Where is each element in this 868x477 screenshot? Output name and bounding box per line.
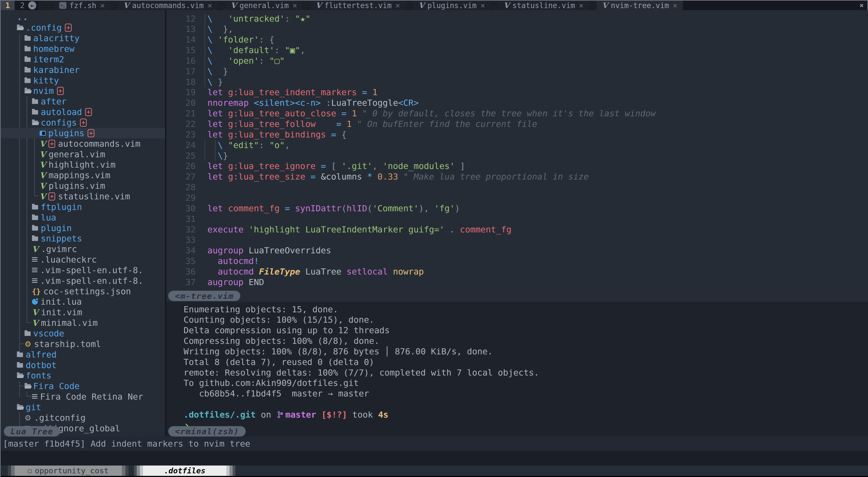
git-branch-icon bbox=[277, 411, 283, 418]
tree-item-.vim-spell-en.utf-8.[interactable]: .vim-spell-en.utf-8. bbox=[1, 265, 165, 275]
tab-close-icon[interactable]: × bbox=[579, 1, 583, 10]
tree-item-.luacheckrc[interactable]: .luacheckrc bbox=[1, 254, 165, 265]
tab-close-icon[interactable]: × bbox=[396, 1, 400, 10]
tree-item-..[interactable]: .. bbox=[1, 12, 165, 23]
tab-fzf.sh[interactable]: >_fzf.sh× bbox=[54, 1, 110, 10]
tabline-separator bbox=[46, 1, 54, 10]
tree-item-init.lua[interactable]: init.lua bbox=[1, 297, 165, 307]
tree-item-.gvimrc[interactable]: V.gvimrc bbox=[1, 244, 165, 254]
tree-item-alfred[interactable]: alfred bbox=[1, 349, 165, 360]
code-line-21[interactable]: 21let g:lua_tree_auto_close = 1 " 0 by d… bbox=[166, 108, 868, 119]
tree-item-after[interactable]: after bbox=[1, 96, 165, 107]
tab-close-icon[interactable]: × bbox=[100, 1, 105, 10]
code-line-36[interactable]: 36 autocmd FileType LuaTree setlocal now… bbox=[166, 266, 868, 277]
tree-item-karabiner[interactable]: karabiner bbox=[1, 65, 165, 75]
tab-fluttertest.vim[interactable]: Vfluttertest.vim× bbox=[310, 1, 405, 10]
tab-general.vim[interactable]: Vgeneral.vim× bbox=[225, 1, 303, 10]
tab-plugins.vim[interactable]: Vplugins.vim× bbox=[413, 1, 490, 10]
vim-file-icon: V bbox=[40, 171, 46, 179]
code-line-35[interactable]: 35 autocmd! bbox=[166, 256, 868, 266]
code-line-27[interactable]: 27let g:lua_tree_size = &columns * 0.33 … bbox=[166, 171, 868, 182]
tab-autocommands.vim[interactable]: Vautocommands.vim× bbox=[118, 1, 218, 10]
code-line-31[interactable]: 31 bbox=[166, 213, 868, 224]
tab-statusline.vim[interactable]: Vstatusline.vim× bbox=[498, 1, 589, 10]
code-line-14[interactable]: 14\ 'folder': { bbox=[166, 34, 868, 45]
tree-item-.gitconfig[interactable]: ⚙.gitconfig bbox=[1, 412, 165, 423]
tree-item-.vim-spell-en.utf-8.[interactable]: .vim-spell-en.utf-8. bbox=[1, 275, 165, 286]
tree-item-label: alfred bbox=[26, 350, 57, 360]
code-line-17[interactable]: 17\ } bbox=[166, 66, 868, 76]
tree-item-general.vim[interactable]: Vgeneral.vim bbox=[1, 149, 165, 160]
command-line: [master f1bd4f5] Add indent markers to n… bbox=[1, 437, 868, 451]
tree-item-plugins[interactable]: plugins+ bbox=[1, 128, 165, 138]
back-arrow-icon[interactable]: ← bbox=[28, 1, 36, 9]
tree-item-autocommands.vim[interactable]: V+autocommands.vim bbox=[1, 138, 165, 149]
tree-item-minimal.vim[interactable]: Vminimal.vim bbox=[1, 318, 165, 328]
code-line-28[interactable]: 28 bbox=[166, 182, 868, 193]
tab-close-icon[interactable]: × bbox=[673, 1, 677, 10]
tree-item-snippets[interactable]: snippets bbox=[1, 233, 165, 244]
tree-item-configs[interactable]: configs+ bbox=[1, 117, 165, 128]
tree-item-git[interactable]: git bbox=[1, 402, 165, 412]
code-line-12[interactable]: 12\ 'untracked': "★" bbox=[166, 13, 868, 24]
code-line-25[interactable]: 25 \} bbox=[166, 150, 868, 161]
tree-item-starship.toml[interactable]: ⚙starship.toml bbox=[1, 339, 165, 349]
tree-item-nvim[interactable]: nvim+ bbox=[1, 86, 165, 96]
code-line-15[interactable]: 15\ 'default': "▣", bbox=[166, 45, 868, 56]
terminal-output-line: Writing objects: 100% (8/8), 876 bytes │… bbox=[184, 346, 493, 356]
code-line-13[interactable]: 13\ }, bbox=[166, 24, 868, 34]
tree-item-init.vim[interactable]: Vinit.vim bbox=[1, 307, 165, 318]
tree-item-Fira Code Retina Ner[interactable]: Fira Code Retina Ner bbox=[1, 391, 165, 402]
tree-item-fonts[interactable]: fonts bbox=[1, 370, 165, 381]
tab-close-icon[interactable]: × bbox=[208, 1, 212, 10]
tmux-window-dotfiles[interactable]: .dotfiles bbox=[134, 466, 235, 476]
tree-item-statusline.vim[interactable]: V+statusline.vim bbox=[1, 191, 165, 202]
code-line-30[interactable]: 30let comment_fg = synIDattr(hlID('Comme… bbox=[166, 203, 868, 213]
code-line-24[interactable]: 24 \ "edit": "o", bbox=[166, 140, 868, 150]
tree-item-plugin[interactable]: plugin bbox=[1, 223, 165, 233]
tab-label: nvim-tree.vim bbox=[611, 1, 669, 10]
tab-number-1[interactable]: 1 bbox=[1, 1, 14, 10]
tab-close-icon[interactable]: × bbox=[480, 1, 485, 10]
tree-item-lua[interactable]: lua bbox=[1, 212, 165, 223]
terminal-output-line: Delta compression using up to 12 threads bbox=[184, 325, 390, 336]
tree-item-vscode[interactable]: vscode bbox=[1, 328, 165, 339]
code-line-16[interactable]: 16\ 'open': "▢" bbox=[166, 55, 868, 66]
lua-file-icon bbox=[32, 299, 38, 305]
code-line-37[interactable]: 37augroup END bbox=[166, 277, 868, 287]
tree-item-kitty[interactable]: kitty bbox=[1, 75, 165, 86]
code-line-22[interactable]: 22let g:lua_tree_follow = 1 " On bufEnte… bbox=[166, 119, 868, 129]
tree-item-.config[interactable]: .config+ bbox=[1, 23, 165, 33]
window-close-icon[interactable]: ✖ bbox=[860, 1, 864, 10]
tab-nvim-tree.vim[interactable]: Vnvim-tree.vim× bbox=[597, 1, 683, 10]
code-line-26[interactable]: 26let g:lua_tree_ignore = [ '.git', 'nod… bbox=[166, 161, 868, 171]
tab-label: plugins.vim bbox=[428, 1, 477, 10]
code-line-18[interactable]: 18\ } bbox=[166, 76, 868, 87]
code-text: \ 'folder': { bbox=[208, 35, 274, 44]
tmux-window-label: .dotfiles bbox=[164, 466, 206, 475]
tree-item-homebrew[interactable]: homebrew bbox=[1, 44, 165, 54]
tree-item-autoload[interactable]: autoload+ bbox=[1, 107, 165, 117]
tree-item-iterm2[interactable]: iterm2 bbox=[1, 54, 165, 65]
tree-item-mappings.vim[interactable]: Vmappings.vim bbox=[1, 170, 165, 181]
code-line-20[interactable]: 20nnoremap <silent><c-n> :LuaTreeToggle<… bbox=[166, 98, 868, 108]
folder-icon bbox=[25, 68, 31, 72]
tree-item-coc-settings.json[interactable]: {}coc-settings.json bbox=[1, 286, 165, 297]
tree-item-alacritty[interactable]: alacritty bbox=[1, 33, 165, 44]
code-line-23[interactable]: 23let g:lua_tree_bindings = { bbox=[166, 129, 868, 140]
tab-number-2[interactable]: 2 bbox=[14, 1, 28, 10]
code-line-34[interactable]: 34augroup LuaTreeOverrides bbox=[166, 245, 868, 256]
tree-item-ftplugin[interactable]: ftplugin bbox=[1, 202, 165, 212]
tree-item-Fira Code[interactable]: Fira Code bbox=[1, 381, 165, 391]
tree-item-plugins.vim[interactable]: Vplugins.vim bbox=[1, 181, 165, 191]
prompt-token: master bbox=[285, 410, 316, 420]
tab-close-icon[interactable]: × bbox=[292, 1, 297, 10]
code-line-33[interactable]: 33 bbox=[166, 235, 868, 245]
code-line-32[interactable]: 32execute 'highlight LuaTreeIndentMarker… bbox=[166, 224, 868, 235]
tree-item-dotbot[interactable]: dotbot bbox=[1, 360, 165, 370]
code-line-19[interactable]: 19let g:lua_tree_indent_markers = 1 bbox=[166, 87, 868, 98]
tmux-window-opportunity-cost[interactable]: ▢ opportunity_cost bbox=[8, 466, 129, 476]
tree-item-label: .vim-spell-en.utf-8. bbox=[40, 265, 143, 275]
tree-item-highlight.vim[interactable]: Vhighlight.vim bbox=[1, 160, 165, 170]
code-line-29[interactable]: 29 bbox=[166, 192, 868, 203]
